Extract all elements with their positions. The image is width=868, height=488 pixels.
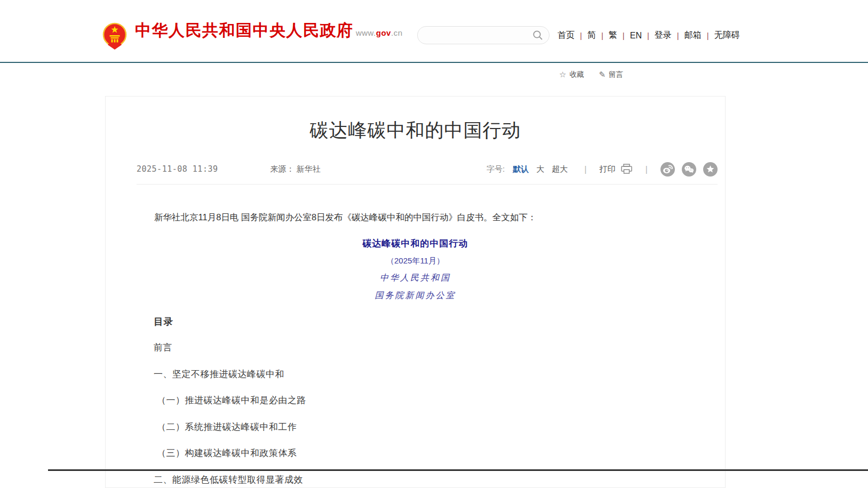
- nav-link-accessibility[interactable]: 无障碍: [714, 30, 740, 41]
- site-url: www.gov.cn: [356, 28, 403, 37]
- toc-list: 前言 一、坚定不移推进碳达峰碳中和 （一）推进碳达峰碳中和是必由之路 （二）系统…: [154, 341, 725, 488]
- site-title: 中华人民共和国中央人民政府: [135, 21, 354, 39]
- top-nav: 首页|简|繁|EN|登录|邮箱|无障碍: [558, 30, 740, 41]
- site-logo[interactable]: 中华人民共和国中央人民政府 www.gov.cn: [102, 21, 402, 52]
- publish-date: 2025-11-08 11:39: [137, 164, 218, 174]
- nav-link-simplified[interactable]: 简: [587, 30, 596, 41]
- article-source: 来源： 新华社: [270, 164, 321, 174]
- share-icons: [660, 162, 718, 177]
- search-input[interactable]: [420, 27, 532, 44]
- favorite-label: 收藏: [569, 70, 584, 79]
- document-title: 碳达峰碳中和的中国行动: [106, 237, 725, 250]
- nav-separator: |: [623, 31, 625, 40]
- fontsize-default-button[interactable]: 默认: [513, 164, 529, 174]
- nav-link-traditional[interactable]: 繁: [609, 30, 617, 41]
- star-share-icon[interactable]: [703, 162, 718, 177]
- toc-heading: 目录: [154, 315, 725, 328]
- fontsize-xlarge-button[interactable]: 超大: [552, 164, 568, 174]
- star-outline-icon: ☆: [559, 70, 566, 79]
- nav-link-mail[interactable]: 邮箱: [684, 30, 702, 41]
- search-box: [417, 26, 550, 44]
- article-meta-row: 2025-11-08 11:39 来源： 新华社 字号: 默认 大 超大 | 打…: [137, 162, 718, 185]
- nav-separator: |: [601, 31, 603, 40]
- print-label: 打印: [600, 164, 616, 174]
- page-title: 碳达峰碳中和的中国行动: [138, 118, 693, 143]
- national-emblem-icon: [102, 21, 127, 52]
- printer-icon: [620, 164, 633, 175]
- bottom-divider: [48, 469, 868, 471]
- nav-link-english[interactable]: EN: [630, 31, 642, 41]
- toc-item: 二、能源绿色低碳转型取得显著成效: [154, 474, 725, 486]
- fontsize-label: 字号:: [487, 164, 505, 174]
- toc-item: 前言: [154, 341, 725, 354]
- article-meta-tools: 字号: 默认 大 超大 | 打印 |: [487, 162, 718, 177]
- tools-separator: |: [584, 164, 586, 175]
- wechat-share-icon[interactable]: [682, 162, 696, 177]
- document-date: （2025年11月）: [106, 256, 725, 266]
- comment-button[interactable]: ✎ 留言: [599, 70, 623, 79]
- toc-item: 一、坚定不移推进碳达峰碳中和: [154, 368, 725, 380]
- quick-actions: ☆ 收藏 ✎ 留言: [559, 70, 623, 79]
- pencil-icon: ✎: [599, 70, 606, 79]
- nav-separator: |: [677, 31, 679, 40]
- fontsize-large-button[interactable]: 大: [536, 164, 544, 174]
- favorite-button[interactable]: ☆ 收藏: [559, 70, 584, 79]
- comment-label: 留言: [609, 70, 623, 79]
- tools-separator: |: [646, 164, 648, 175]
- nav-link-login[interactable]: 登录: [655, 30, 672, 41]
- document-issuer-country: 中华人民共和国: [106, 273, 725, 284]
- nav-separator: |: [580, 31, 582, 40]
- site-header: 中华人民共和国中央人民政府 www.gov.cn 首页|简|繁|EN|登录|邮箱…: [0, 0, 868, 63]
- page: 中华人民共和国中央人民政府 www.gov.cn 首页|简|繁|EN|登录|邮箱…: [0, 0, 868, 488]
- nav-separator: |: [707, 31, 709, 40]
- document-heading-block: 碳达峰碳中和的中国行动 （2025年11月） 中华人民共和国 国务院新闻办公室: [106, 237, 725, 301]
- article-meta-left: 2025-11-08 11:39 来源： 新华社: [137, 164, 321, 174]
- toc-item: （三）构建碳达峰碳中和政策体系: [154, 447, 725, 459]
- toc-item: （一）推进碳达峰碳中和是必由之路: [154, 394, 725, 406]
- article-lead-paragraph: 新华社北京11月8日电 国务院新闻办公室8日发布《碳达峰碳中和的中国行动》白皮书…: [137, 210, 693, 224]
- article-card: 碳达峰碳中和的中国行动 2025-11-08 11:39 来源： 新华社 字号:…: [105, 96, 726, 488]
- nav-link-home[interactable]: 首页: [558, 30, 575, 41]
- nav-separator: |: [647, 31, 649, 40]
- print-button[interactable]: 打印: [600, 164, 633, 175]
- toc-item: （二）系统推进碳达峰碳中和工作: [154, 421, 725, 433]
- document-issuer-office: 国务院新闻办公室: [106, 290, 725, 301]
- weibo-share-icon[interactable]: [660, 162, 675, 177]
- search-icon[interactable]: [532, 30, 543, 41]
